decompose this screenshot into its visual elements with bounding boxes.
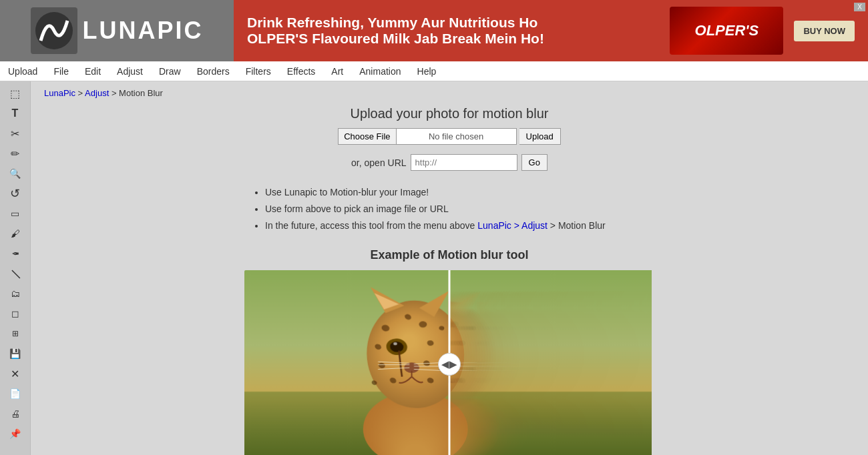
- ad-line1: Drink Refreshing, Yummy Aur Nutritious H…: [247, 15, 544, 31]
- nav-animation[interactable]: Animation: [351, 62, 409, 81]
- print-tool[interactable]: 🖨: [4, 404, 27, 423]
- ad-buy-btn[interactable]: BUY NOW: [794, 21, 855, 41]
- breadcrumb-adjust[interactable]: Adjust: [85, 88, 109, 98]
- nav-upload[interactable]: Upload: [0, 62, 45, 81]
- ad-line2: OLPER'S Flavoured Milk Jab Break Mein Ho…: [247, 31, 544, 47]
- instruction-link[interactable]: LunaPic > Adjust: [477, 220, 548, 231]
- nav-filters[interactable]: Filters: [238, 62, 279, 81]
- nav-draw[interactable]: Draw: [151, 62, 189, 81]
- nav-adjust[interactable]: Adjust: [109, 62, 151, 81]
- ad-text: Drink Refreshing, Yummy Aur Nutritious H…: [247, 15, 544, 47]
- layers-tool[interactable]: ⊞: [4, 324, 27, 343]
- scissors-tool[interactable]: ✂: [4, 124, 27, 143]
- instructions: Use Lunapic to Motion-blur your Image! U…: [236, 184, 663, 235]
- nav-effects[interactable]: Effects: [279, 62, 324, 81]
- breadcrumb-sep2: >: [112, 88, 119, 98]
- file-name-display: No file chosen: [397, 128, 517, 145]
- ad-product-image: OLPER'S: [670, 7, 783, 55]
- content-area: LunaPic > Adjust > Motion Blur Upload yo…: [31, 81, 868, 455]
- breadcrumb-sep1: >: [78, 88, 85, 98]
- navbar: Upload File Edit Adjust Draw Borders Fil…: [0, 61, 868, 81]
- logo-text: LUNAPIC: [83, 17, 204, 45]
- rotate-tool[interactable]: ↺: [4, 184, 27, 203]
- close-tool[interactable]: ✕: [4, 364, 27, 383]
- upload-form: Choose File No file chosen Upload: [44, 128, 855, 145]
- upload-button[interactable]: Upload: [519, 128, 561, 145]
- nav-edit[interactable]: Edit: [77, 62, 109, 81]
- example-title: Example of Motion blur tool: [44, 248, 855, 262]
- instruction-2: Use form above to pick an image file or …: [265, 201, 663, 217]
- breadcrumb-current: Motion Blur: [119, 88, 163, 98]
- left-toolbar: ⬚ T ✂ ✏ 🔍 ↺ ▭ 🖌 ✒ | 🗂 ◻ ⊞ 💾 ✕ 📄 🖨 📌: [0, 81, 31, 455]
- breadcrumb: LunaPic > Adjust > Motion Blur: [44, 88, 855, 98]
- crop-tool[interactable]: ▭: [4, 204, 27, 223]
- go-button[interactable]: Go: [521, 154, 548, 171]
- zoom-tool[interactable]: 🔍: [4, 164, 27, 183]
- nav-file[interactable]: File: [45, 62, 77, 81]
- instruction-3: In the future, access this tool from the…: [265, 217, 663, 234]
- save-tool[interactable]: 💾: [4, 344, 27, 363]
- nav-borders[interactable]: Borders: [189, 62, 238, 81]
- ad-banner: X Drink Refreshing, Yummy Aur Nutritious…: [234, 0, 868, 61]
- split-image-container: ◀▶: [244, 270, 654, 455]
- logo-area: LUNAPIC: [0, 0, 234, 61]
- pencil-tool[interactable]: ✏: [4, 144, 27, 163]
- paint-bucket-tool[interactable]: 🖌: [4, 224, 27, 243]
- instruction-1: Use Lunapic to Motion-blur your Image!: [265, 184, 663, 201]
- nav-art[interactable]: Art: [323, 62, 351, 81]
- url-input[interactable]: [411, 154, 517, 171]
- ad-close-btn[interactable]: X: [854, 3, 865, 11]
- breadcrumb-lunapic[interactable]: LunaPic: [44, 88, 75, 98]
- eraser-tool[interactable]: ◻: [4, 304, 27, 323]
- upload-section: Upload your photo for motion blur Choose…: [44, 106, 855, 171]
- logo-icon: [31, 7, 77, 54]
- main-layout: ⬚ T ✂ ✏ 🔍 ↺ ▭ 🖌 ✒ | 🗂 ◻ ⊞ 💾 ✕ 📄 🖨 📌 Luna…: [0, 81, 868, 455]
- page-tool[interactable]: 📄: [4, 384, 27, 403]
- or-open-url-label: or, open URL: [351, 157, 407, 168]
- upload-title: Upload your photo for motion blur: [44, 106, 855, 121]
- choose-file-button[interactable]: Choose File: [338, 128, 396, 145]
- url-row: or, open URL Go: [44, 154, 855, 171]
- text-tool[interactable]: T: [4, 104, 27, 123]
- select-tool[interactable]: ⬚: [4, 84, 27, 103]
- share-tool[interactable]: 📌: [4, 424, 27, 443]
- divider-handle[interactable]: ◀▶: [438, 353, 461, 376]
- header: LUNAPIC X Drink Refreshing, Yummy Aur Nu…: [0, 0, 868, 61]
- nav-help[interactable]: Help: [409, 62, 445, 81]
- example-section: Example of Motion blur tool ◀▶: [44, 248, 855, 455]
